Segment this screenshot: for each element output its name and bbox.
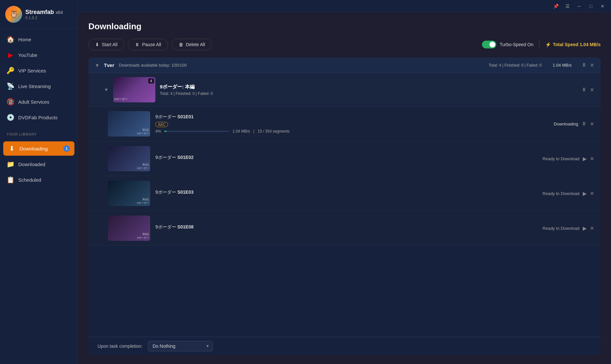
series-close-button[interactable]: ✕ [590,87,594,93]
episode-separator: | [253,129,254,134]
logo-icon: 🦉 [5,6,22,23]
episode-segments: 15 / 354 segments [258,129,290,134]
task-completion-select[interactable]: Do Nothing Shut Down Sleep Hibernate Exi… [148,341,213,351]
sidebar-item-label: DVDFab Products [18,115,58,120]
pause-icon: ⏸ [135,42,139,47]
series-pause-button[interactable]: ⏸ [581,87,587,93]
sidebar-item-vip[interactable]: 🔑 VIP Services [0,63,78,78]
pause-all-button[interactable]: ⏸ Pause All [128,39,168,50]
episode-close-button[interactable]: ✕ [590,190,594,197]
sidebar-item-downloading[interactable]: ⬇ Downloading 1 [3,141,74,156]
episode-info: 9ボーダー S01E01 AAC 4% 1.04 MB/s | 15 / 354… [155,114,549,134]
episode-info: 9ボーダー S01E02 [155,155,538,162]
download-icon: ⬇ [8,145,16,152]
episode-thumbnail: 第1話9ボーダー [108,111,150,136]
close-button[interactable]: ✕ [598,2,607,11]
group-availability: Downloads available today: 100/100 [119,63,187,68]
main-nav: 🏠 Home ▶ YouTube 🔑 VIP Services 📡 Live S… [0,29,78,128]
episode-badges: AAC [155,122,549,127]
group-header: ▼ Tver Downloads available today: 100/10… [88,58,601,73]
sidebar-item-label: VIP Services [18,68,46,73]
total-speed: ⚡ Total Speed 1.04 MB/s [545,42,601,47]
episode-item: 第2話9ボーダー 9ボーダー S01E02 Ready to Download … [88,141,601,176]
download-list: ▼ Tver Downloads available today: 100/10… [88,58,601,337]
episode-thumbnail: 第2話9ボーダー [108,146,150,171]
episode-close-button[interactable]: ✕ [590,156,594,162]
group-close-button[interactable]: ✕ [590,62,594,68]
scheduled-icon: 📋 [6,176,14,184]
sidebar-item-dvdfab[interactable]: 💿 DVDFab Products [0,110,78,125]
youtube-icon: ▶ [6,51,14,59]
delete-all-button[interactable]: 🗑 Delete All [172,39,212,50]
episode-close-button[interactable]: ✕ [590,121,594,127]
start-icon: ⬇ [95,42,99,47]
sidebar-item-label: Live Streaming [18,84,51,89]
sidebar-item-home[interactable]: 🏠 Home [0,32,78,47]
sidebar-item-label: Downloading [20,146,48,151]
series-collapse-icon[interactable]: ▼ [104,87,109,92]
speed-icon: ⚡ [545,42,551,47]
episode-thumbnail: 第8話9ボーダー [108,215,150,241]
episode-item: 第8話9ボーダー 9ボーダー S01E08 Ready to Download … [88,211,601,246]
toolbar-divider [539,41,540,48]
sidebar: 🦉 Streamfab x64 6.1.8.2 🏠 Home ▶ YouTube… [0,0,78,364]
episode-title: 9ボーダー S01E03 [155,189,538,195]
main-area: 📌 ☰ ─ □ ✕ Downloading ⬇ Start All ⏸ Paus… [78,0,611,364]
app-logo: 🦉 Streamfab x64 6.1.8.2 [0,0,78,29]
group-name: Tver [104,62,114,68]
episode-progress-row: 4% 1.04 MB/s | 15 / 354 segments [155,129,549,134]
episode-status: Ready to Download [543,226,579,231]
group-actions: ⏸ ✕ [581,62,594,68]
turbo-label: Turbo-Speed On [500,42,533,47]
series-thumbnail: 9ボーダー 4 [113,77,155,102]
sidebar-item-adult[interactable]: 🔞 Adult Services [0,94,78,110]
episode-close-button[interactable]: ✕ [590,225,594,231]
titlebar: 📌 ☰ ─ □ ✕ [78,0,611,12]
dvdfab-icon: 💿 [6,113,14,121]
start-all-button[interactable]: ⬇ Start All [88,39,124,50]
maximize-button[interactable]: □ [586,2,595,11]
downloaded-icon: 📁 [6,160,14,168]
episode-info: 9ボーダー S01E08 [155,224,538,232]
turbo-area: Turbo-Speed On ⚡ Total Speed 1.04 MB/s [482,41,601,48]
group-collapse-icon[interactable]: ▼ [95,63,99,68]
library-nav: ⬇ Downloading 1 📁 Downloaded 📋 Scheduled [0,138,78,190]
sidebar-item-label: Downloaded [18,162,45,167]
episode-thumbnail: 第3話9ボーダー [108,181,150,206]
sidebar-item-label: Scheduled [18,177,41,183]
sidebar-item-label: YouTube [18,52,37,58]
series-title: 9ボーダー: 本編 [160,84,577,90]
episode-status: Downloading [554,122,578,126]
episode-speed: 1.04 MB/s [232,129,250,134]
episode-item: 第3話9ボーダー 9ボーダー S01E03 Ready to Download … [88,176,601,211]
sidebar-item-youtube[interactable]: ▶ YouTube [0,47,78,63]
episode-play-button[interactable]: ▶ [583,156,587,162]
live-icon: 📡 [6,82,14,90]
sidebar-item-downloaded[interactable]: 📁 Downloaded [0,156,78,172]
episode-item: 第1話9ボーダー 9ボーダー S01E01 AAC 4% [88,107,601,141]
group-pause-button[interactable]: ⏸ [581,62,587,68]
delete-icon: 🗑 [179,42,183,47]
episode-actions: Ready to Download ▶ ✕ [543,156,594,162]
episode-play-button[interactable]: ▶ [583,190,587,197]
sidebar-item-live[interactable]: 📡 Live Streaming [0,78,78,94]
sidebar-item-scheduled[interactable]: 📋 Scheduled [0,172,78,188]
episode-play-button[interactable]: ▶ [583,225,587,231]
turbo-toggle[interactable] [482,41,496,48]
episode-actions: Downloading ⏸ ✕ [554,121,594,127]
app-version: 6.1.8.2 [25,16,63,20]
content-area: Downloading ⬇ Start All ⏸ Pause All 🗑 De… [78,12,611,364]
pin-button[interactable]: 📌 [551,2,560,11]
progress-bar [164,131,167,132]
page-title: Downloading [88,21,601,32]
episode-title: 9ボーダー S01E08 [155,224,538,230]
minimize-button[interactable]: ─ [575,2,584,11]
app-name: Streamfab x64 [25,9,63,16]
episode-status: Ready to Download [543,191,579,196]
series-badge: 4 [148,78,154,84]
menu-button[interactable]: ☰ [563,2,572,11]
sidebar-item-label: Home [18,37,31,42]
footer: Upon task completion: Do Nothing Shut Do… [88,337,601,355]
series-row: ▼ 9ボーダー 4 9ボーダー: 本編 Total: 4 | Finished:… [88,73,601,107]
episode-pause-button[interactable]: ⏸ [581,121,587,127]
